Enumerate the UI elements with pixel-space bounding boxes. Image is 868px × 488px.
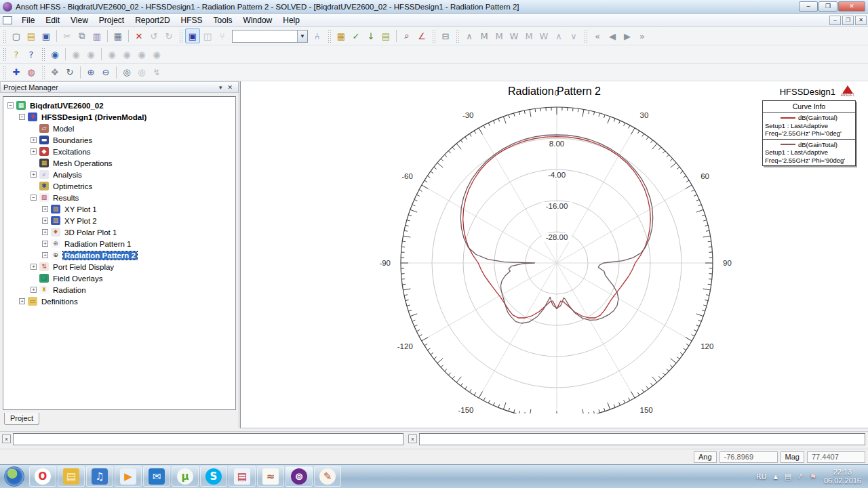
material-combo[interactable]: ▼ (232, 30, 308, 43)
taskbar-app-ansoft-hfss[interactable]: ⊚ (285, 466, 313, 487)
restore-button[interactable]: ❐ (818, 1, 837, 12)
trace-peak-icon[interactable]: ∧ (462, 28, 477, 43)
tree-item-label[interactable]: Results (52, 194, 80, 202)
tree-item-definitions[interactable]: +▭Definitions (3, 296, 235, 307)
tree-item-label[interactable]: XY Plot 1 (63, 205, 98, 214)
tree-item-label[interactable]: Radiation Pattern 2 (63, 251, 137, 260)
tree-item-label[interactable]: Optimetrics (52, 182, 94, 190)
taskbar-app-skype[interactable]: S (200, 466, 227, 487)
tree-item-radiation-pattern-2[interactable]: +⊕Radiation Pattern 2 (3, 249, 235, 261)
tree-item-label[interactable]: Excitations (52, 148, 92, 156)
taskbar-app-mail[interactable]: ✉ (143, 466, 170, 487)
move-3d-icon[interactable]: ✚ (9, 65, 24, 80)
open-file-icon[interactable]: ▤ (24, 28, 39, 43)
plot-icon[interactable]: ∠ (414, 28, 429, 43)
report-icon[interactable]: ⊟ (438, 28, 453, 43)
tree-item-mesh-operations[interactable]: ▦Mesh Operations (3, 157, 235, 169)
taskbar-app-utorrent[interactable]: µ (172, 466, 199, 487)
tree-item-radiation[interactable]: +♜Radiation (3, 284, 235, 296)
tree-expand-icon[interactable]: + (31, 171, 37, 178)
select-object-icon[interactable]: ▣ (185, 28, 200, 43)
tree-expand-icon[interactable]: + (42, 252, 48, 258)
tree-item-model[interactable]: ▱Model (3, 123, 235, 134)
tree-item-3d-polar-plot-1[interactable]: +♦3D Polar Plot 1 (3, 226, 235, 238)
new-file-icon[interactable]: ▢ (9, 28, 24, 43)
menu-edit[interactable]: Edit (40, 14, 65, 26)
project-tab[interactable]: Project (4, 413, 39, 425)
tree-item-hfssdesign1-drivenmodal-[interactable]: −✚HFSSDesign1 (DrivenModal) (3, 111, 235, 123)
tree-item-label[interactable]: Mesh Operations (52, 159, 114, 167)
model-tree-icon[interactable]: ⑃ (310, 28, 325, 43)
paste-icon[interactable]: ▥ (90, 28, 104, 43)
tree-item-analysis[interactable]: +⌕Analysis (3, 169, 235, 180)
profile-icon[interactable]: ▤ (378, 28, 393, 43)
trace-min-icon[interactable]: Μ (492, 28, 507, 43)
solution-data-icon[interactable]: ⌕ (399, 28, 414, 43)
mdi-minimize-button[interactable]: – (829, 16, 841, 25)
tree-expand-icon[interactable]: + (42, 229, 48, 235)
tree-item-label[interactable]: Field Overlays (52, 274, 104, 283)
panel-close-icon[interactable]: ✕ (224, 84, 235, 91)
network-signal-icon[interactable]: ᵢᴵᶦ (798, 472, 803, 481)
trace-m2-icon[interactable]: M (521, 28, 536, 43)
context-help-icon[interactable]: ? (24, 47, 39, 62)
tree-expand-icon[interactable]: + (42, 241, 48, 247)
tree-expand-icon[interactable]: + (42, 206, 48, 212)
tree-item-label[interactable]: Radiation Pattern 1 (63, 240, 132, 248)
message-close-icon[interactable]: x (2, 434, 11, 443)
tree-item-port-field-display[interactable]: +⇅Port Field Display (3, 261, 235, 272)
close-button[interactable]: ✕ (838, 1, 865, 12)
menu-help[interactable]: Help (277, 14, 305, 26)
start-button[interactable] (4, 466, 24, 487)
tree-item-xy-plot-1[interactable]: +▨XY Plot 1 (3, 203, 235, 215)
tree-item-boundaries[interactable]: +▬Boundaries (3, 134, 235, 146)
zoom-in-icon[interactable]: ⊕ (83, 65, 98, 80)
menu-tools[interactable]: Tools (208, 14, 238, 26)
last-marker-icon[interactable]: » (635, 28, 650, 43)
fit-all-icon[interactable]: ◎ (119, 65, 134, 80)
print-icon[interactable]: ▦ (111, 28, 125, 43)
menu-report2d[interactable]: Report2D (130, 14, 175, 26)
zoom-out-icon[interactable]: ⊖ (98, 65, 113, 80)
tree-item-label[interactable]: Analysis (52, 171, 83, 179)
tree-expand-icon[interactable]: + (42, 218, 48, 224)
taskbar-app-explorer[interactable]: ▤ (58, 466, 85, 487)
optimetrics-icon[interactable]: ↓ (363, 28, 378, 43)
taskbar-app-opera[interactable]: O (29, 466, 56, 487)
trace-w2-icon[interactable]: W (536, 28, 551, 43)
language-indicator[interactable]: RU (756, 472, 767, 481)
taskbar-app-floppy-app[interactable]: ▤ (229, 466, 256, 487)
tree-item-label[interactable]: Port Field Display (52, 263, 115, 271)
help-topics-icon[interactable]: ? (9, 47, 24, 62)
panel-menu-icon[interactable]: ▾ (216, 84, 225, 91)
menu-hfss[interactable]: HFSS (176, 14, 208, 26)
mdi-close-button[interactable]: ✕ (855, 16, 867, 25)
taskbar-app-volume[interactable]: ♫ (86, 466, 113, 487)
trace-valley-icon[interactable]: W (507, 28, 521, 43)
tree-item-biqdratuve2600-02[interactable]: −▦BiqdratUVE2600_02 (3, 100, 235, 111)
tree-item-radiation-pattern-1[interactable]: +⊕Radiation Pattern 1 (3, 238, 235, 249)
tree-item-field-overlays[interactable]: ❏Field Overlays (3, 272, 235, 284)
tree-item-label[interactable]: Model (52, 125, 75, 133)
prev-marker-icon[interactable]: ◀ (605, 28, 620, 43)
combo-field[interactable] (233, 30, 297, 42)
tree-expand-icon[interactable]: − (31, 195, 37, 201)
show-all-icon[interactable]: ◉ (47, 47, 62, 62)
tree-item-label[interactable]: Definitions (40, 298, 79, 306)
tree-item-label[interactable]: 3D Polar Plot 1 (63, 228, 118, 237)
trace-up-icon[interactable]: ∧ (551, 28, 566, 43)
menu-view[interactable]: View (65, 14, 94, 26)
delete-icon[interactable]: ✕ (132, 28, 146, 43)
taskbar-app-paint[interactable]: ✎ (314, 466, 341, 487)
tree-expand-icon[interactable]: + (31, 137, 37, 143)
tree-item-optimetrics[interactable]: ✱Optimetrics (3, 180, 235, 192)
next-marker-icon[interactable]: ▶ (620, 28, 635, 43)
tree-expand-icon[interactable]: + (19, 298, 25, 304)
tree-item-label[interactable]: Radiation (52, 286, 87, 294)
tree-item-label[interactable]: XY Plot 2 (63, 217, 98, 225)
tree-item-xy-plot-2[interactable]: +▨XY Plot 2 (3, 215, 235, 226)
action-center-icon[interactable]: ⚑ (810, 472, 816, 481)
rotate-icon[interactable]: ↻ (62, 65, 77, 80)
tree-expand-icon[interactable]: + (31, 148, 37, 155)
analyze-icon[interactable]: ✓ (349, 28, 363, 43)
